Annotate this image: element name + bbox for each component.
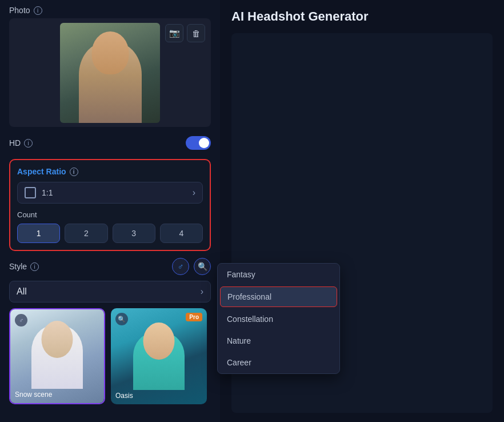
photo-info-icon[interactable]: i — [34, 6, 42, 15]
style-thumb-snow[interactable]: ♂ Snow scene — [9, 308, 105, 404]
photo-container: 📷 🗑 — [9, 18, 211, 127]
ratio-selector[interactable]: 1:1 › — [17, 182, 203, 204]
male-icon-button[interactable]: ♂ — [172, 258, 189, 275]
search-style-button[interactable]: 🔍 — [194, 258, 211, 275]
count-btn-1[interactable]: 1 — [17, 224, 60, 243]
aspect-ratio-title-text: Aspect Ratio — [17, 167, 66, 176]
hd-row: HD i — [9, 134, 211, 152]
style-section: Style i ♂ 🔍 All › ♂ Snow scene 🔍 Pro Oas… — [9, 258, 211, 404]
uploaded-photo — [60, 23, 160, 123]
snow-scene-badge: ♂ — [15, 314, 27, 327]
style-header: Style i ♂ 🔍 — [9, 258, 211, 275]
style-selector-value: All — [17, 286, 27, 297]
left-panel: Photo i 📷 🗑 HD i Aspect Ratio i — [0, 0, 220, 422]
style-title: Style i — [9, 262, 39, 271]
style-dropdown: Fantasy Professional Constellation Natur… — [217, 263, 340, 374]
photo-person-figure — [60, 23, 160, 123]
count-btn-2[interactable]: 2 — [65, 224, 107, 243]
style-thumbnails: ♂ Snow scene 🔍 Pro Oasis — [9, 308, 211, 404]
aspect-ratio-info-icon[interactable]: i — [70, 168, 78, 176]
count-btn-3[interactable]: 3 — [113, 224, 155, 243]
camera-button[interactable]: 📷 — [165, 24, 183, 42]
ratio-left: 1:1 — [25, 187, 53, 198]
style-gender-icons: ♂ 🔍 — [172, 258, 211, 275]
dropdown-item-constellation[interactable]: Constellation — [218, 308, 339, 330]
photo-action-buttons: 📷 🗑 — [165, 24, 205, 42]
photo-label-text: Photo — [9, 6, 30, 15]
hd-label: HD i — [9, 138, 33, 148]
dropdown-item-nature[interactable]: Nature — [218, 330, 339, 352]
style-chevron-icon: › — [201, 286, 203, 297]
oasis-label: Oasis — [115, 392, 133, 400]
ratio-chevron-icon: › — [193, 188, 195, 198]
count-label: Count — [17, 210, 203, 219]
style-thumb-oasis[interactable]: 🔍 Pro Oasis — [111, 308, 207, 404]
hd-toggle[interactable] — [186, 136, 211, 150]
aspect-ratio-section: Aspect Ratio i 1:1 › Count 1 2 3 4 — [9, 159, 211, 251]
aspect-ratio-title: Aspect Ratio i — [17, 167, 203, 176]
hd-info-icon[interactable]: i — [24, 139, 33, 148]
oasis-badge: 🔍 — [115, 313, 128, 325]
ratio-square-icon — [25, 187, 36, 198]
page-title: AI Headshot Generator — [231, 9, 493, 24]
hd-label-text: HD — [9, 138, 21, 148]
style-info-icon[interactable]: i — [30, 262, 39, 271]
dropdown-item-professional[interactable]: Professional — [220, 286, 337, 307]
pro-badge: Pro — [186, 313, 202, 321]
dropdown-item-fantasy[interactable]: Fantasy — [218, 264, 339, 285]
style-title-text: Style — [9, 262, 27, 271]
dropdown-item-career[interactable]: Career — [218, 352, 339, 373]
right-panel: AI Headshot Generator Fantasy Profession… — [220, 0, 504, 422]
count-buttons: 1 2 3 4 — [17, 224, 203, 243]
photo-section: Photo i 📷 🗑 — [9, 6, 211, 127]
count-btn-4[interactable]: 4 — [160, 224, 203, 243]
style-selector[interactable]: All › — [9, 281, 211, 302]
delete-photo-button[interactable]: 🗑 — [187, 24, 205, 42]
ratio-value: 1:1 — [42, 188, 53, 197]
snow-scene-label: Snow scene — [15, 391, 52, 399]
photo-label: Photo i — [9, 6, 211, 15]
